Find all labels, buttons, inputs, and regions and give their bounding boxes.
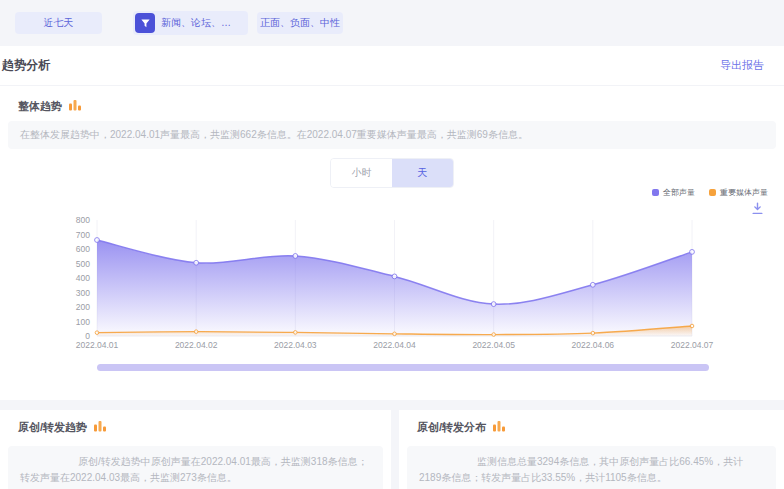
originality-distribution-card: 原创/转发分布 监测信息总量3294条信息，其中原创声量占比66.45%，共计2… bbox=[399, 410, 784, 489]
granularity-toggle: 小时 天 bbox=[330, 158, 454, 188]
originality-trend-card-header: 原创/转发趋势 bbox=[18, 418, 107, 436]
bar-chart-icon bbox=[492, 418, 506, 436]
legend-swatch-purple bbox=[652, 189, 659, 196]
svg-text:2022.04.01: 2022.04.01 bbox=[76, 340, 119, 350]
originality-distribution-summary-text: 监测信息总量3294条信息，其中原创声量占比66.45%，共计2189条信息；转… bbox=[419, 456, 743, 483]
originality-trend-summary-text: 原创/转发趋势中原创声量在2022.04.01最高，共监测318条信息；转发声量… bbox=[20, 456, 368, 483]
media-filter-icon bbox=[135, 13, 155, 33]
overall-trend-header: 整体趋势 bbox=[18, 97, 82, 115]
legend-item-media-volume[interactable]: 重要媒体声量 bbox=[709, 187, 768, 198]
sentiment-filter-chip-label: 正面、负面、中性 bbox=[260, 16, 340, 30]
svg-text:700: 700 bbox=[76, 230, 90, 240]
originality-distribution-card-header: 原创/转发分布 bbox=[417, 418, 506, 436]
bar-chart-icon bbox=[68, 97, 82, 115]
bar-chart-icon bbox=[93, 418, 107, 436]
svg-text:2022.04.05: 2022.04.05 bbox=[472, 340, 515, 350]
overall-trend-summary: 在整体发展趋势中，2022.04.01声量最高，共监测662条信息。在2022.… bbox=[8, 121, 776, 149]
originality-distribution-summary: 监测信息总量3294条信息，其中原创声量占比66.45%，共计2189条信息；转… bbox=[407, 446, 776, 489]
svg-text:2022.04.06: 2022.04.06 bbox=[572, 340, 615, 350]
svg-text:500: 500 bbox=[76, 259, 90, 269]
svg-text:200: 200 bbox=[76, 302, 90, 312]
svg-text:100: 100 bbox=[76, 317, 90, 327]
bottom-cards: 原创/转发趋势 原创/转发趋势中原创声量在2022.04.01最高，共监测318… bbox=[0, 410, 784, 489]
originality-trend-summary: 原创/转发趋势中原创声量在2022.04.01最高，共监测318条信息；转发声量… bbox=[8, 446, 383, 489]
legend-item-total-volume[interactable]: 全部声量 bbox=[652, 187, 695, 198]
chart-legend: 全部声量 重要媒体声量 bbox=[652, 187, 768, 198]
svg-text:2022.04.04: 2022.04.04 bbox=[373, 340, 416, 350]
trend-chart-wrap: 80070060050040030020010002022.04.012022.… bbox=[0, 205, 784, 355]
toggle-day-button[interactable]: 天 bbox=[392, 159, 453, 187]
sentiment-filter-chip[interactable]: 正面、负面、中性 bbox=[257, 12, 343, 34]
legend-swatch-orange bbox=[709, 189, 716, 196]
svg-text:600: 600 bbox=[76, 244, 90, 254]
svg-text:400: 400 bbox=[76, 273, 90, 283]
filter-bar: 近七天 新闻、论坛、微信... 正面、负面、中性 bbox=[0, 0, 784, 45]
chart-datazoom-scrollbar[interactable] bbox=[97, 364, 709, 371]
legend-label-total-volume: 全部声量 bbox=[663, 187, 695, 198]
originality-trend-card: 原创/转发趋势 原创/转发趋势中原创声量在2022.04.01最高，共监测318… bbox=[0, 410, 391, 489]
svg-text:2022.04.02: 2022.04.02 bbox=[175, 340, 218, 350]
source-filter-chip-label: 新闻、论坛、微信... bbox=[161, 16, 240, 30]
date-range-chip[interactable]: 近七天 bbox=[15, 12, 102, 34]
originality-trend-card-title: 原创/转发趋势 bbox=[18, 420, 87, 435]
export-report-button[interactable]: 导出报告 bbox=[720, 58, 764, 73]
trend-area-chart[interactable]: 80070060050040030020010002022.04.012022.… bbox=[0, 205, 784, 355]
svg-text:800: 800 bbox=[76, 215, 90, 225]
source-filter-chip[interactable]: 新闻、论坛、微信... bbox=[133, 11, 248, 35]
toggle-hour-button[interactable]: 小时 bbox=[331, 159, 392, 187]
legend-label-media-volume: 重要媒体声量 bbox=[720, 187, 768, 198]
overall-trend-title: 整体趋势 bbox=[18, 99, 62, 114]
overall-trend-summary-text: 在整体发展趋势中，2022.04.01声量最高，共监测662条信息。在2022.… bbox=[20, 128, 528, 142]
panel-title: 趋势分析 bbox=[2, 57, 50, 74]
sentiment-analysis-dashboard: 近七天 新闻、论坛、微信... 正面、负面、中性 趋势分析 导出报告 整体趋势 bbox=[0, 0, 784, 489]
date-range-chip-label: 近七天 bbox=[44, 16, 74, 30]
panel-header: 趋势分析 导出报告 bbox=[0, 46, 784, 86]
svg-text:2022.04.03: 2022.04.03 bbox=[274, 340, 317, 350]
svg-text:2022.04.07: 2022.04.07 bbox=[671, 340, 714, 350]
svg-text:300: 300 bbox=[76, 288, 90, 298]
analysis-panel: 趋势分析 导出报告 整体趋势 在整体发展趋势中，2022.04.01声量最高，共… bbox=[0, 46, 784, 400]
originality-distribution-card-title: 原创/转发分布 bbox=[417, 420, 486, 435]
